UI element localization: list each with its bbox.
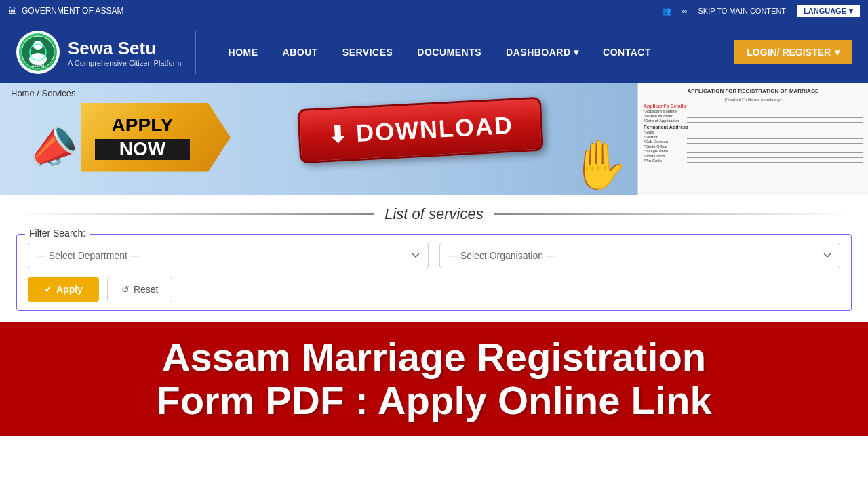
bottom-banner: Assam Marriage Registration Form PDF : A…: [0, 322, 868, 436]
gov-name: GOVERNMENT OF ASSAM: [22, 6, 123, 16]
navbar: ASSAM Sewa Setu A Comprehensive Citizen …: [0, 22, 868, 83]
filter-row: --- Select Department --- --- Select Org…: [28, 243, 840, 268]
reset-button[interactable]: ↺ Reset: [107, 277, 173, 302]
form-row-postoffice: *Post Office: [644, 154, 863, 158]
form-row-pincode: *Pin Code: [644, 159, 863, 163]
apply-label: Apply: [56, 284, 83, 295]
nav-documents[interactable]: DOCUMENTS: [405, 22, 494, 83]
breadcrumb-separator: /: [37, 88, 39, 98]
login-dropdown-icon: ▾: [835, 47, 840, 58]
logo-area: ASSAM Sewa Setu A Comprehensive Citizen …: [16, 30, 196, 74]
nav-services[interactable]: SERVICES: [330, 22, 406, 83]
form-row-village: *Village/Town: [644, 149, 863, 153]
form-row-mobile: *Mobile Number: [644, 114, 863, 118]
font-size-icon[interactable]: ∞: [682, 7, 688, 15]
top-bar: 🏛 GOVERNMENT OF ASSAM 👥 ∞ SKIP TO MAIN C…: [0, 0, 868, 22]
form-document-preview: APPLICATION FOR REGISTRATION OF MARRIAGE…: [637, 83, 868, 195]
bottom-banner-line1: Assam Marriage Registration: [27, 336, 841, 379]
organisation-select[interactable]: --- Select Organisation ---: [439, 243, 840, 268]
filter-actions: ✓ Apply ↺ Reset: [28, 277, 840, 302]
now-text: NOW: [95, 139, 190, 160]
bottom-banner-text: Assam Marriage Registration Form PDF : A…: [27, 336, 841, 422]
brand-text: Sewa Setu A Comprehensive Citizen Platfo…: [68, 38, 182, 67]
gov-logo-icon: 🏛: [8, 6, 16, 16]
reset-icon: ↺: [121, 284, 130, 295]
top-bar-left: 🏛 GOVERNMENT OF ASSAM: [8, 6, 123, 16]
skip-link[interactable]: SKIP TO MAIN CONTENT: [698, 7, 786, 15]
services-section: List of services Filter Search: --- Sele…: [0, 195, 868, 322]
services-title: List of services: [384, 205, 484, 223]
hero-banner: Home / Services 📣 APPLY NOW ⬇ DOWNLOAD 🤚…: [0, 83, 868, 195]
dashboard-dropdown-icon: ▾: [574, 47, 579, 58]
title-line-right: [494, 214, 852, 215]
filter-label: Filter Search:: [25, 228, 90, 239]
nav-home[interactable]: HOME: [216, 22, 271, 83]
brand-name: Sewa Setu: [68, 38, 182, 59]
form-row-date: *Date of Application: [644, 119, 863, 123]
form-divider: [644, 96, 863, 96]
top-bar-right: 👥 ∞ SKIP TO MAIN CONTENT LANGUAGE ▾: [662, 5, 860, 17]
breadcrumb-home[interactable]: Home: [11, 88, 35, 98]
services-title-row: List of services: [16, 205, 852, 223]
filter-search-box: Filter Search: --- Select Department ---…: [16, 234, 852, 311]
nav-links: HOME ABOUT SERVICES DOCUMENTS DASHBOARD …: [216, 22, 735, 83]
bottom-banner-line2: Form PDF : Apply Online Link: [27, 379, 841, 422]
download-button[interactable]: ⬇ DOWNLOAD: [297, 97, 544, 164]
form-row-name: *Applicant's Name: [644, 109, 863, 113]
permanent-address-header: Permanent Address: [644, 125, 863, 129]
nav-about[interactable]: ABOUT: [271, 22, 330, 83]
logo-circle: ASSAM: [16, 30, 60, 74]
checkmark-icon: ✓: [44, 284, 52, 295]
breadcrumb-current: Services: [42, 88, 76, 98]
applicant-details-header: Applicant's Details: [644, 104, 863, 108]
department-select[interactable]: --- Select Department ---: [28, 243, 429, 268]
download-icon: ⬇: [327, 121, 349, 149]
form-title: APPLICATION FOR REGISTRATION OF MARRIAGE: [644, 88, 863, 94]
form-subtitle: (*Marked Fields are mandatory): [644, 98, 863, 102]
apply-button[interactable]: ✓ Apply: [28, 277, 99, 302]
form-row-subdivision: *Sub-Division: [644, 140, 863, 144]
login-register-button[interactable]: LOGIN/ REGISTER ▾: [734, 40, 852, 64]
download-button-area[interactable]: ⬇ DOWNLOAD: [298, 103, 542, 157]
svg-text:ASSAM: ASSAM: [32, 64, 44, 68]
svg-point-1: [33, 41, 43, 50]
apply-now-banner: APPLY NOW: [81, 103, 231, 172]
hand-cursor-icon: 🤚: [570, 137, 629, 192]
language-button[interactable]: LANGUAGE ▾: [797, 5, 860, 17]
chevron-down-icon: ▾: [849, 7, 853, 16]
form-row-district: *District: [644, 135, 863, 139]
accessibility-icon[interactable]: 👥: [662, 7, 671, 16]
form-row-state: *State: [644, 130, 863, 134]
nav-dashboard[interactable]: DASHBOARD ▾: [494, 22, 591, 83]
reset-label: Reset: [134, 284, 159, 295]
apply-now-text: APPLY NOW: [81, 103, 231, 172]
logo-inner: ASSAM: [19, 33, 57, 71]
form-row-circle: *Circle Office: [644, 144, 863, 148]
brand-tagline: A Comprehensive Citizen Platform: [68, 59, 182, 67]
download-label: DOWNLOAD: [355, 111, 514, 148]
breadcrumb: Home / Services: [11, 88, 75, 98]
nav-contact[interactable]: CONTACT: [591, 22, 663, 83]
title-line-left: [16, 214, 374, 215]
